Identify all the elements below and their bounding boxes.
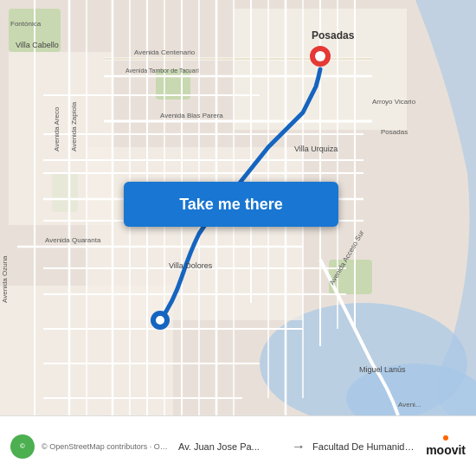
- map-container: Posadas Villa Cabello Fontónica Avenida …: [0, 0, 476, 415]
- route-to-label: Facultad De Humanidades Y Ci...: [312, 441, 419, 452]
- moovit-brand-name: moovit: [426, 443, 466, 457]
- svg-text:Avenida Quaranta: Avenida Quaranta: [45, 236, 101, 244]
- svg-point-64: [315, 51, 325, 61]
- attribution-text: © OpenStreetMap contributors · OpenMapTi…: [42, 442, 171, 451]
- svg-text:Posadas: Posadas: [381, 128, 408, 136]
- svg-text:Avenida Areco: Avenida Areco: [53, 106, 61, 151]
- svg-text:Fontónica: Fontónica: [10, 20, 42, 28]
- svg-text:Posadas: Posadas: [312, 29, 355, 42]
- svg-text:Arroyo Vicario: Arroyo Vicario: [372, 98, 416, 106]
- route-from-label: Av. Juan Jose Pa...: [178, 441, 285, 452]
- svg-text:Villa Dolores: Villa Dolores: [169, 261, 213, 270]
- bottom-bar: © © OpenStreetMap contributors · OpenMap…: [0, 415, 476, 476]
- svg-point-66: [156, 316, 164, 325]
- moovit-dot-icon: [443, 435, 448, 441]
- svg-text:Avenida Blas Parera: Avenida Blas Parera: [160, 112, 223, 119]
- osm-logo: ©: [10, 434, 35, 459]
- svg-text:Villa Urquiza: Villa Urquiza: [294, 145, 338, 153]
- route-arrow-icon: →: [292, 439, 306, 454]
- svg-text:Miguel Lanús: Miguel Lanús: [359, 365, 406, 374]
- svg-text:Villa Cabello: Villa Cabello: [16, 41, 59, 49]
- svg-text:Avenida Ozuna: Avenida Ozuna: [1, 255, 9, 303]
- svg-text:Avenida Centenario: Avenida Centenario: [134, 48, 196, 56]
- svg-text:Avenida Tambor de Tacuarí: Avenida Tambor de Tacuarí: [125, 68, 199, 74]
- svg-text:Aveni...: Aveni...: [398, 401, 421, 408]
- svg-text:Avenida Zapiola: Avenida Zapiola: [70, 101, 78, 151]
- moovit-logo: moovit: [426, 435, 466, 457]
- take-me-there-button[interactable]: Take me there: [124, 182, 338, 227]
